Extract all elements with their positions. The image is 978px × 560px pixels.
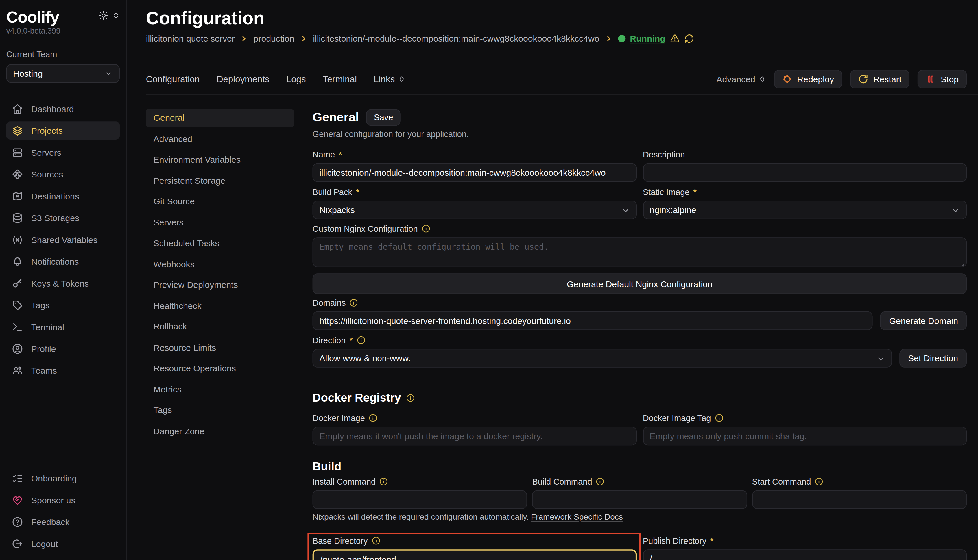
subnav-item-scheduled-tasks[interactable]: Scheduled Tasks [146, 234, 294, 252]
subnav-item-general[interactable]: General [146, 109, 294, 127]
advanced-menu[interactable]: Advanced [716, 74, 766, 84]
subnav-item-git-source[interactable]: Git Source [146, 192, 294, 210]
info-icon[interactable] [715, 413, 723, 422]
stop-button[interactable]: Stop [918, 70, 967, 88]
viewport-scaler: Coolify v4.0.0-beta.399 Current Team Hos… [0, 0, 978, 560]
docker-image-tag-input[interactable] [643, 427, 967, 445]
sidebar-item-profile[interactable]: Profile [7, 340, 120, 358]
subnav-item-resource-operations[interactable]: Resource Operations [146, 360, 294, 377]
breadcrumb: illicitonion quote server production ill… [146, 33, 967, 43]
publish-directory-input[interactable] [643, 549, 967, 560]
chevron-updown-icon [398, 75, 405, 83]
breadcrumb-application[interactable]: illicitestonion/-module--decomposition:m… [313, 33, 599, 43]
set-direction-button[interactable]: Set Direction [899, 349, 967, 368]
direction-select[interactable]: Allow www & non-www. [313, 349, 892, 368]
sidebar-item-teams[interactable]: Teams [7, 361, 120, 379]
sidebar-item-shared-variables[interactable]: Shared Variables [7, 231, 120, 249]
redeploy-button[interactable]: Redeploy [774, 70, 842, 88]
resize-handle[interactable] [958, 259, 965, 267]
sidebar-item-tags[interactable]: Tags [7, 296, 120, 314]
sidebar-item-dashboard[interactable]: Dashboard [7, 100, 120, 118]
tab-configuration[interactable]: Configuration [146, 74, 200, 84]
sidebar-item-label: Tags [31, 300, 50, 310]
current-team-label: Current Team [7, 50, 120, 59]
sidebar-item-onboarding[interactable]: Onboarding [7, 469, 120, 487]
sidebar-item-destinations[interactable]: Destinations [7, 187, 120, 205]
sidebar-item-terminal[interactable]: Terminal [7, 318, 120, 336]
sidebar-item-s3-storages[interactable]: S3 Storages [7, 208, 120, 227]
warning-triangle-icon[interactable] [670, 33, 680, 43]
team-select[interactable]: Hosting [7, 64, 120, 83]
base-directory-input[interactable] [313, 549, 637, 560]
advanced-label: Advanced [716, 74, 755, 84]
subnav-item-rollback[interactable]: Rollback [146, 318, 294, 335]
docker-image-input[interactable] [313, 427, 637, 445]
sidebar-item-notifications[interactable]: Notifications [7, 252, 120, 270]
build-pack-select[interactable]: Nixpacks [313, 200, 637, 219]
tab-deployments[interactable]: Deployments [217, 74, 269, 84]
description-input[interactable] [643, 163, 967, 182]
build-pack-label: Build Pack [313, 187, 353, 197]
info-icon[interactable] [421, 224, 430, 233]
theme-updown-icon[interactable] [112, 12, 120, 19]
domains-input[interactable] [313, 312, 873, 330]
status-badge: Running [618, 33, 694, 43]
build-command-input[interactable] [532, 490, 747, 509]
subnav-item-healthcheck[interactable]: Healthcheck [146, 297, 294, 314]
static-image-select[interactable]: nginx:alpine [643, 200, 967, 219]
generate-nginx-button[interactable]: Generate Default Nginx Configuration [313, 273, 967, 294]
publish-directory-field: Publish Directory* [643, 536, 967, 560]
name-input[interactable] [313, 163, 637, 182]
subnav-item-advanced[interactable]: Advanced [146, 130, 294, 147]
subnav-item-resource-limits[interactable]: Resource Limits [146, 339, 294, 356]
refresh-icon[interactable] [684, 33, 694, 43]
info-icon[interactable] [369, 413, 377, 422]
start-command-label: Start Command [752, 477, 811, 486]
info-icon[interactable] [356, 336, 365, 345]
page-title: Configuration [146, 8, 967, 28]
info-icon[interactable] [596, 477, 605, 486]
sidebar-item-label: Shared Variables [31, 235, 97, 245]
save-button[interactable]: Save [366, 109, 401, 126]
sidebar-item-servers[interactable]: Servers [7, 143, 120, 162]
nginx-config-textarea[interactable] [313, 237, 967, 267]
breadcrumb-project[interactable]: illicitonion quote server [146, 33, 235, 43]
subnav-item-tags[interactable]: Tags [146, 401, 294, 419]
tab-logs[interactable]: Logs [286, 74, 306, 84]
restart-button[interactable]: Restart [850, 70, 909, 88]
framework-docs-link[interactable]: Framework Specific Docs [531, 512, 623, 521]
status-running-link[interactable]: Running [630, 33, 665, 43]
subnav-item-danger-zone[interactable]: Danger Zone [146, 422, 294, 440]
theme-sun-icon[interactable] [99, 11, 109, 20]
sidebar-item-label: S3 Storages [31, 213, 79, 222]
docker-registry-heading: Docker Registry [313, 391, 967, 405]
static-image-label: Static Image [643, 187, 690, 197]
subnav-item-servers[interactable]: Servers [146, 213, 294, 231]
subnav-item-persistent-storage[interactable]: Persistent Storage [146, 172, 294, 189]
info-icon[interactable] [371, 536, 380, 545]
generate-domain-button[interactable]: Generate Domain [880, 312, 967, 330]
tab-terminal[interactable]: Terminal [323, 74, 357, 84]
docker-image-tag-field: Docker Image Tag [643, 413, 967, 445]
sidebar-item-sponsor[interactable]: Sponsor us [7, 491, 120, 509]
breadcrumb-environment[interactable]: production [254, 33, 294, 43]
install-command-input[interactable] [313, 490, 527, 509]
subnav-item-metrics[interactable]: Metrics [146, 380, 294, 398]
info-icon[interactable] [379, 477, 388, 486]
sidebar-item-feedback[interactable]: Feedback [7, 513, 120, 531]
sidebar-item-logout[interactable]: Logout [7, 535, 120, 553]
static-image-field: Static Image* nginx:alpine [643, 188, 967, 219]
tab-links[interactable]: Links [374, 74, 405, 84]
subnav-item-environment-variables[interactable]: Environment Variables [146, 151, 294, 168]
info-icon[interactable] [349, 298, 358, 307]
subnav-item-webhooks[interactable]: Webhooks [146, 255, 294, 273]
sidebar-item-projects[interactable]: Projects [7, 122, 120, 140]
info-icon[interactable] [406, 393, 415, 402]
sidebar-item-keys-tokens[interactable]: Keys & Tokens [7, 274, 120, 292]
sidebar-item-sources[interactable]: Sources [7, 165, 120, 183]
chevron-down-icon [951, 205, 961, 215]
start-command-input[interactable] [752, 490, 967, 509]
info-icon[interactable] [814, 477, 823, 486]
team-select-value: Hosting [13, 68, 42, 78]
subnav-item-preview-deployments[interactable]: Preview Deployments [146, 276, 294, 293]
